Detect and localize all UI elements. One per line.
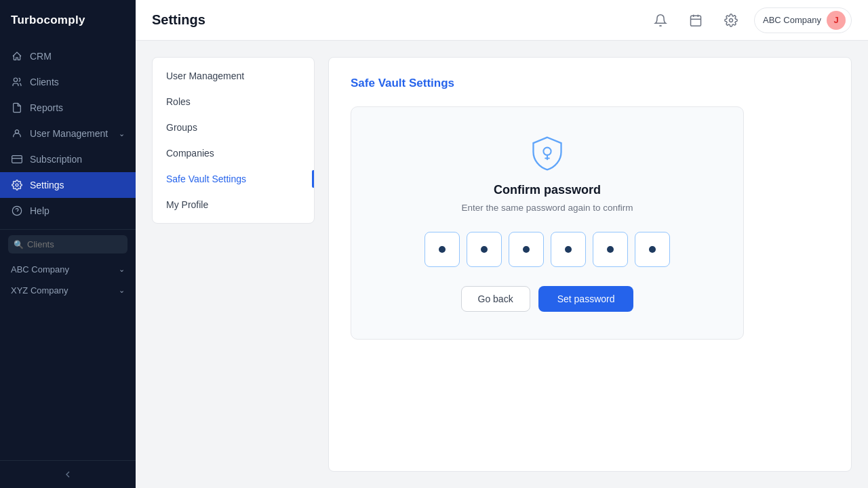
sidebar-company-xyz[interactable]: XYZ Company ⌄ bbox=[0, 280, 136, 301]
svg-point-0 bbox=[14, 78, 17, 81]
sidebar-nav: CRM Clients Reports User Management ⌄ bbox=[0, 38, 136, 460]
notification-button[interactable] bbox=[648, 8, 673, 33]
vault-card-title: Confirm password bbox=[494, 183, 601, 197]
company-badge[interactable]: ABC Company J bbox=[754, 7, 852, 33]
sidebar-item-clients[interactable]: Clients bbox=[0, 69, 136, 95]
settings-gear-button[interactable] bbox=[719, 8, 743, 33]
page-content: User Management Roles Groups Companies S… bbox=[136, 41, 868, 488]
home-icon bbox=[11, 50, 23, 62]
vault-actions: Go back Set password bbox=[461, 286, 634, 312]
app-logo: Turbocomply bbox=[0, 0, 136, 38]
person-icon bbox=[11, 127, 23, 140]
sidebar-item-help[interactable]: Help bbox=[0, 198, 136, 224]
settings-menu-safe-vault-label: Safe Vault Settings bbox=[166, 174, 246, 184]
sidebar-item-settings-label: Settings bbox=[30, 180, 64, 190]
go-back-button[interactable]: Go back bbox=[461, 286, 530, 312]
shield-key-icon bbox=[528, 134, 566, 172]
sidebar-item-settings[interactable]: Settings bbox=[0, 172, 136, 198]
chevron-down-icon: ⌄ bbox=[119, 129, 125, 138]
sidebar-item-reports[interactable]: Reports bbox=[0, 95, 136, 121]
sidebar-item-user-management-label: User Management bbox=[30, 128, 108, 139]
clients-search-input[interactable] bbox=[8, 235, 127, 253]
avatar: J bbox=[827, 11, 846, 30]
company-name: ABC Company bbox=[763, 15, 821, 25]
credit-card-icon bbox=[11, 153, 23, 165]
vault-card-subtitle: Enter the same password again to confirm bbox=[462, 203, 633, 213]
settings-menu-user-management[interactable]: User Management bbox=[153, 63, 314, 89]
xyz-company-label: XYZ Company bbox=[11, 285, 68, 296]
settings-menu-roles[interactable]: Roles bbox=[153, 89, 314, 115]
pin-box-2[interactable] bbox=[467, 232, 502, 267]
pin-box-6[interactable] bbox=[635, 232, 670, 267]
pin-box-1[interactable] bbox=[425, 232, 460, 267]
section-title: Safe Vault Settings bbox=[351, 77, 829, 90]
svg-point-11 bbox=[730, 18, 733, 22]
file-icon bbox=[11, 102, 23, 114]
pin-box-5[interactable] bbox=[593, 232, 628, 267]
sidebar-item-user-management[interactable]: User Management ⌄ bbox=[0, 121, 136, 146]
svg-rect-7 bbox=[691, 16, 701, 26]
settings-menu-my-profile-label: My Profile bbox=[166, 199, 208, 210]
users-icon bbox=[11, 76, 23, 88]
sidebar-item-subscription[interactable]: Subscription bbox=[0, 146, 136, 172]
svg-point-5 bbox=[12, 206, 21, 215]
settings-menu-my-profile[interactable]: My Profile bbox=[153, 192, 314, 218]
sidebar-item-reports-label: Reports bbox=[30, 102, 63, 113]
calendar-button[interactable] bbox=[684, 8, 708, 33]
sidebar-item-clients-label: Clients bbox=[30, 77, 59, 87]
clients-search-container: 🔍 bbox=[8, 235, 127, 253]
search-icon: 🔍 bbox=[14, 240, 24, 249]
sidebar-company-abc[interactable]: ABC Company ⌄ bbox=[0, 259, 136, 280]
sidebar-item-help-label: Help bbox=[30, 205, 50, 216]
vault-card: Confirm password Enter the same password… bbox=[351, 106, 744, 340]
settings-menu-companies[interactable]: Companies bbox=[153, 140, 314, 166]
sidebar: Turbocomply CRM Clients Reports User Man… bbox=[0, 0, 136, 488]
settings-menu-user-management-label: User Management bbox=[166, 70, 244, 81]
sidebar-item-crm-label: CRM bbox=[30, 51, 52, 62]
pin-input-group bbox=[425, 232, 670, 267]
header-actions: ABC Company J bbox=[648, 7, 852, 33]
svg-rect-2 bbox=[12, 156, 22, 163]
set-password-button[interactable]: Set password bbox=[538, 286, 634, 312]
sidebar-item-crm[interactable]: CRM bbox=[0, 43, 136, 69]
svg-point-12 bbox=[543, 148, 551, 155]
svg-point-4 bbox=[16, 184, 18, 186]
main-content: Settings ABC Company J User Management bbox=[136, 0, 868, 488]
abc-company-label: ABC Company bbox=[11, 264, 69, 274]
pin-box-3[interactable] bbox=[509, 232, 544, 267]
settings-menu-groups-label: Groups bbox=[166, 122, 197, 133]
settings-menu-roles-label: Roles bbox=[166, 96, 191, 107]
settings-panel: Safe Vault Settings Confirm password Ent… bbox=[328, 57, 852, 472]
settings-sidebar: User Management Roles Groups Companies S… bbox=[152, 57, 315, 224]
settings-menu-safe-vault[interactable]: Safe Vault Settings bbox=[153, 166, 314, 192]
settings-menu-groups[interactable]: Groups bbox=[153, 115, 314, 140]
sidebar-collapse-button[interactable] bbox=[0, 460, 136, 488]
pin-box-4[interactable] bbox=[551, 232, 586, 267]
chevron-down-icon: ⌄ bbox=[119, 265, 125, 274]
page-title: Settings bbox=[152, 12, 648, 28]
question-icon bbox=[11, 205, 23, 217]
sidebar-item-subscription-label: Subscription bbox=[30, 154, 82, 165]
settings-menu-companies-label: Companies bbox=[166, 148, 214, 159]
header: Settings ABC Company J bbox=[136, 0, 868, 41]
chevron-down-icon: ⌄ bbox=[119, 286, 125, 295]
gear-icon bbox=[11, 179, 23, 191]
